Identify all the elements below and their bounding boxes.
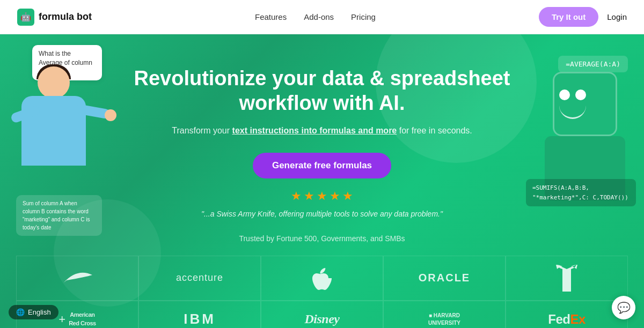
testimonial-text: "...a Swiss Army Knife, offering multipl… xyxy=(129,210,515,218)
chat-widget[interactable]: 💬 xyxy=(612,296,635,319)
nike-swoosh-icon xyxy=(61,271,93,286)
accenture-brand-text: accenture xyxy=(176,272,223,284)
logos-title: Trusted by Fortune 500, Governments, and… xyxy=(0,234,644,243)
ibm-brand-text: IBM xyxy=(184,311,216,327)
logo-fedex: FedEx xyxy=(506,301,628,328)
redcross-brand-text: AmericanRed Cross xyxy=(69,311,96,327)
fedex-brand-text: FedEx xyxy=(548,312,586,327)
star-4: ★ xyxy=(330,189,340,203)
disney-brand-text: Disney xyxy=(305,312,340,326)
logo-disney: Disney xyxy=(261,301,383,328)
logo-text: formula bot xyxy=(39,11,92,23)
tesla-logo-icon xyxy=(556,265,577,292)
logo-area: 🤖 formula bot xyxy=(17,9,92,26)
logo-oracle: ORACLE xyxy=(383,256,506,301)
navbar: 🤖 formula bot Features Add-ons Pricing T… xyxy=(0,0,644,34)
red-cross-plus-icon: + xyxy=(58,312,65,326)
harvard-brand-text: ■ HARVARDUNIVERSITY xyxy=(428,312,460,327)
apple-icon xyxy=(312,266,332,290)
oracle-brand-text: ORACLE xyxy=(419,272,470,284)
chat-icon: 💬 xyxy=(617,301,631,314)
subtitle-post: for free in seconds. xyxy=(397,126,472,135)
subtitle-pre: Transform your xyxy=(172,126,232,135)
logo-icon: 🤖 xyxy=(17,9,34,26)
logo-apple xyxy=(261,256,383,301)
star-3: ★ xyxy=(317,189,327,203)
language-switcher[interactable]: 🌐 English xyxy=(9,305,58,319)
generate-formulas-button[interactable]: Generate free formulas xyxy=(253,153,391,178)
star-5: ★ xyxy=(342,189,353,203)
nav-actions: Try It out Login xyxy=(539,7,627,27)
nav-link-addons[interactable]: Add-ons xyxy=(304,12,334,21)
logo-nike xyxy=(16,256,138,301)
nav-links: Features Add-ons Pricing xyxy=(255,12,376,21)
logo-tesla xyxy=(506,256,628,301)
hero-content: Revolutionize your data & spreadsheet wo… xyxy=(0,66,644,218)
globe-icon: 🌐 xyxy=(16,308,25,316)
nav-link-features[interactable]: Features xyxy=(255,12,287,21)
logo-accenture: accenture xyxy=(138,256,261,301)
logos-section: Trusted by Fortune 500, Governments, and… xyxy=(0,234,644,328)
logos-grid: accenture ORACLE + AmericanRed Cross xyxy=(0,256,644,328)
hero-section: What is the Average of column A? Sum of … xyxy=(0,34,644,328)
star-1: ★ xyxy=(291,189,302,203)
logo-ibm: IBM xyxy=(138,301,261,328)
subtitle-bold: text instructions into formulas and more xyxy=(232,126,397,135)
hero-title: Revolutionize your data & spreadsheet wo… xyxy=(129,66,515,115)
try-it-out-button[interactable]: Try It out xyxy=(539,7,598,27)
login-link[interactable]: Login xyxy=(607,12,627,21)
stars-row: ★ ★ ★ ★ ★ xyxy=(129,189,515,203)
star-2: ★ xyxy=(304,189,314,203)
logo-harvard: ■ HARVARDUNIVERSITY xyxy=(383,301,506,328)
nav-link-pricing[interactable]: Pricing xyxy=(351,12,376,21)
hero-subtitle: Transform your text instructions into fo… xyxy=(129,124,515,138)
language-label: English xyxy=(28,308,51,316)
